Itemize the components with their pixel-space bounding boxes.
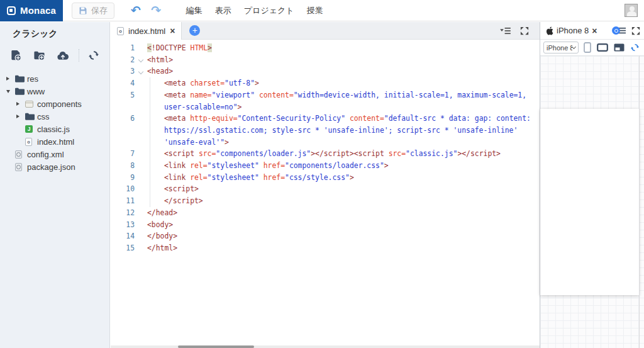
device-select[interactable]: iPhone 8 [543, 42, 579, 53]
js-icon: J [25, 125, 37, 133]
config-icon [15, 163, 27, 171]
preview-tab-close-icon[interactable] [592, 26, 597, 35]
tab-index-html[interactable]: o index.html [111, 22, 182, 40]
code-text: <script src="components/loader.js"></scr… [147, 148, 540, 160]
fold-chevron-icon[interactable] [135, 54, 147, 66]
menu-item-0[interactable]: 編集 [186, 5, 203, 16]
top-bar: Monaca 保存 ↶ ↷ 編集表示プロジェクト授業 [0, 0, 644, 21]
editor-tab-bar: o index.html [111, 22, 540, 40]
preview-tab-bar: iPhone 8 [540, 22, 644, 40]
landscape-icon[interactable] [597, 43, 608, 52]
refresh-icon[interactable] [630, 43, 640, 52]
line-number: 3 [114, 65, 135, 77]
code-line-7[interactable]: 7<script src="components/loader.js"></sc… [114, 148, 540, 160]
code-text: <meta http-equiv="Content-Security-Polic… [147, 113, 540, 148]
fold-spacer [135, 207, 147, 219]
code-line-3[interactable]: 3<head> [114, 65, 540, 77]
save-button[interactable]: 保存 [72, 3, 114, 19]
fold-chevron-icon[interactable] [135, 65, 147, 77]
menu-item-1[interactable]: 表示 [215, 5, 231, 16]
tree-item-label: components [37, 99, 82, 109]
device-select-value: iPhone 8 [547, 44, 572, 52]
monaca-logo[interactable]: Monaca [0, 0, 63, 21]
device-preview-panel: iPhone 8 iPhone 8 [540, 22, 644, 348]
tree-item-index.html[interactable]: oindex.html [0, 135, 109, 148]
code-text: <link rel="stylesheet" href="css/style.c… [147, 172, 540, 184]
menu-item-3[interactable]: 授業 [307, 5, 323, 16]
preview-options-icon[interactable] [613, 27, 626, 34]
folder-icon [25, 113, 37, 120]
line-number: 2 [114, 54, 135, 66]
line-number: 6 [114, 113, 135, 148]
fold-spacer [135, 172, 147, 184]
mirror-icon[interactable] [614, 43, 625, 52]
code-line-6[interactable]: 6<meta http-equiv="Content-Security-Poli… [114, 113, 540, 148]
preview-expand-icon[interactable] [631, 26, 640, 35]
apple-icon [546, 26, 553, 35]
topbar-menus: 編集表示プロジェクト授業 [174, 5, 323, 16]
preview-tab-iphone8[interactable]: iPhone 8 [546, 26, 597, 35]
tree-item-package.json[interactable]: package.json [0, 160, 109, 173]
arrow-collapsed-icon[interactable] [16, 102, 25, 106]
fold-spacer [135, 113, 147, 148]
preview-tools [584, 42, 640, 53]
tree-item-config.xml[interactable]: config.xml [0, 148, 109, 160]
line-number: 1 [114, 42, 135, 54]
fold-spacer [135, 230, 147, 242]
arrow-expanded-icon[interactable] [6, 90, 15, 93]
project-title: クラシック [0, 22, 109, 40]
undo-icon[interactable]: ↶ [131, 4, 141, 16]
code-line-8[interactable]: 8<link rel="stylesheet" href="components… [114, 160, 540, 172]
editor-expand-icon[interactable] [520, 26, 529, 35]
menu-item-2[interactable]: プロジェクト [244, 5, 294, 16]
upload-icon[interactable] [55, 48, 70, 62]
folder-icon [15, 87, 27, 95]
redo-icon[interactable]: ↷ [151, 4, 161, 16]
portrait-icon[interactable] [584, 42, 591, 53]
preview-scrollbar-track[interactable] [639, 56, 640, 348]
code-line-9[interactable]: 9<link rel="stylesheet" href="css/style.… [114, 172, 540, 184]
tab-label: index.html [128, 26, 165, 36]
code-line-4[interactable]: 4<meta charset="utf-8"> [114, 77, 540, 89]
preview-canvas [540, 56, 644, 348]
tree-item-www[interactable]: www [0, 85, 109, 98]
fold-spacer [135, 219, 147, 231]
scrollbar-thumb[interactable] [178, 345, 254, 348]
editor-horizontal-scrollbar[interactable] [111, 345, 540, 348]
code-line-15[interactable]: 15</html> [114, 242, 540, 254]
code-line-12[interactable]: 12</head> [114, 207, 540, 219]
code-text: <html> [147, 54, 540, 66]
fold-spacer [135, 148, 147, 160]
arrow-collapsed-icon[interactable] [16, 115, 25, 118]
tree-item-label: www [27, 87, 45, 96]
code-editor[interactable]: 1<!DOCTYPE HTML>2<html>3<head>4<meta cha… [111, 40, 540, 348]
user-avatar[interactable] [625, 4, 638, 17]
sync-icon[interactable] [86, 48, 101, 62]
line-number: 7 [114, 148, 135, 160]
file-tree: reswwwcomponentscssJclassic.jsoindex.htm… [0, 72, 109, 173]
arrow-collapsed-icon[interactable] [6, 77, 15, 81]
tab-close-icon[interactable] [170, 26, 175, 35]
code-line-10[interactable]: 10<script> [114, 183, 540, 195]
code-text: </body> [147, 230, 540, 242]
device-screen[interactable] [540, 109, 639, 295]
code-text: </head> [147, 207, 540, 219]
code-line-11[interactable]: 11</script> [114, 195, 540, 207]
new-tab-button[interactable] [189, 25, 200, 36]
project-sidebar: クラシック reswwwcomponentscssJclassic.jsoind… [0, 22, 110, 348]
editor-menu-icon[interactable] [500, 27, 511, 35]
html-file-icon: o [117, 27, 124, 35]
code-line-1[interactable]: 1<!DOCTYPE HTML> [114, 42, 540, 54]
new-folder-icon[interactable] [31, 48, 47, 62]
fold-spacer [135, 160, 147, 172]
code-line-5[interactable]: 5<meta name="viewport" content="width=de… [114, 89, 540, 113]
code-line-14[interactable]: 14</body> [114, 230, 540, 242]
tree-item-css[interactable]: css [0, 110, 109, 123]
tree-item-res[interactable]: res [0, 72, 109, 85]
code-line-2[interactable]: 2<html> [114, 54, 540, 66]
editor-pane: o index.html 1<!DOCTYPE HTML>2<html>3<he… [111, 22, 540, 348]
code-line-13[interactable]: 13<body> [114, 219, 540, 231]
tree-item-components[interactable]: components [0, 98, 109, 110]
new-file-icon[interactable] [8, 48, 23, 62]
tree-item-classic.js[interactable]: Jclassic.js [0, 123, 109, 135]
